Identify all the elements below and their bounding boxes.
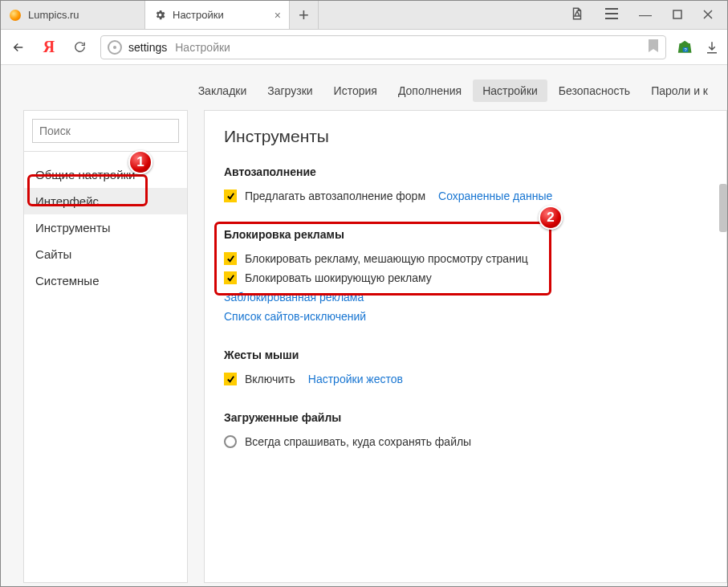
section-autofill: Автозаполнение Предлагать автозаполнение…	[224, 165, 707, 206]
browser-tab-lumpics[interactable]: Lumpics.ru	[1, 1, 145, 29]
sidebar-item-system[interactable]: Системные	[24, 267, 187, 294]
back-button[interactable]	[9, 38, 28, 57]
gear-icon	[153, 9, 166, 22]
option-enable-gestures: Включить Настройки жестов	[224, 369, 707, 389]
window-maximize-button[interactable]	[669, 5, 685, 26]
annotation-badge-2: 2	[539, 206, 563, 230]
nav-bookmarks[interactable]: Закладки	[189, 79, 257, 102]
settings-body: Общие настройки Интерфейс Инструменты Са…	[1, 110, 727, 583]
nav-passwords[interactable]: Пароли и к	[641, 79, 718, 102]
url-display: settingsНастройки	[128, 41, 230, 54]
option-autofill-forms: Предлагать автозаполнение форм Сохраненн…	[224, 186, 707, 206]
section-title-autofill: Автозаполнение	[224, 165, 707, 178]
sidebar-search-wrap	[24, 111, 187, 152]
section-downloads: Загруженные файлы Всегда спрашивать, куд…	[224, 411, 707, 451]
sidebar-list: Общие настройки Интерфейс Инструменты Са…	[24, 152, 187, 304]
checkbox-autofill[interactable]	[224, 190, 237, 202]
option-label: Предлагать автозаполнение форм	[245, 190, 425, 202]
yandex-logo-icon[interactable]: Я	[39, 38, 59, 57]
section-adblock: Блокировка рекламы Блокировать рекламу, …	[224, 228, 707, 326]
tab-title: Настройки	[173, 9, 268, 21]
settings-top-nav: Закладки Загрузки История Дополнения Нас…	[1, 65, 727, 110]
window-minimize-button[interactable]: —	[636, 5, 655, 26]
sidebar-item-general[interactable]: Общие настройки	[24, 161, 187, 188]
reader-mode-icon[interactable]	[567, 3, 588, 27]
titlebar: Lumpics.ru Настройки × + —	[1, 1, 727, 30]
section-mouse-gestures: Жесты мыши Включить Настройки жестов	[224, 349, 707, 389]
extension-icon[interactable]: ?	[677, 39, 693, 55]
option-label: Всегда спрашивать, куда сохранять файлы	[245, 435, 471, 448]
address-bar: Я settingsНастройки ?	[1, 30, 727, 65]
option-label: Блокировать шокирующую рекламу	[245, 271, 432, 284]
bookmark-icon[interactable]	[648, 39, 659, 56]
sidebar-item-sites[interactable]: Сайты	[24, 241, 187, 267]
settings-main-panel: Инструменты Автозаполнение Предлагать ав…	[204, 110, 727, 583]
nav-history[interactable]: История	[324, 79, 387, 102]
window-controls: —	[555, 1, 727, 29]
reload-button[interactable]	[70, 38, 89, 57]
address-input[interactable]: settingsНастройки	[100, 35, 666, 59]
link-blocked-ads[interactable]: Заблокированная реклама	[224, 291, 364, 304]
link-exception-sites[interactable]: Список сайтов-исключений	[224, 310, 366, 323]
browser-tab-settings[interactable]: Настройки ×	[145, 1, 290, 29]
section-title-downloads: Загруженные файлы	[224, 411, 707, 424]
checkbox-block-disruptive[interactable]	[224, 252, 237, 265]
nav-settings[interactable]: Настройки	[473, 79, 547, 102]
nav-addons[interactable]: Дополнения	[388, 79, 471, 102]
radio-always-ask[interactable]	[224, 435, 237, 448]
sidebar-search-input[interactable]	[32, 119, 179, 143]
option-block-disruptive-ads: Блокировать рекламу, мешающую просмотру …	[224, 249, 707, 268]
section-title-adblock: Блокировка рекламы	[224, 228, 707, 241]
tab-title: Lumpics.ru	[28, 9, 136, 21]
link-saved-data[interactable]: Сохраненные данные	[438, 190, 552, 202]
new-tab-button[interactable]: +	[290, 1, 319, 29]
option-label: Включить	[245, 373, 295, 385]
section-title-mouse: Жесты мыши	[224, 349, 707, 361]
hamburger-menu-icon[interactable]	[602, 5, 621, 26]
window-close-button[interactable]	[700, 5, 716, 26]
checkbox-enable-gestures[interactable]	[224, 373, 237, 385]
settings-sidebar: Общие настройки Интерфейс Инструменты Са…	[23, 110, 188, 583]
link-gesture-settings[interactable]: Настройки жестов	[308, 373, 403, 385]
checkbox-block-shocking[interactable]	[224, 271, 237, 284]
option-always-ask-download-location: Всегда спрашивать, куда сохранять файлы	[224, 432, 707, 451]
close-icon[interactable]: ×	[275, 9, 281, 22]
option-block-shocking-ads: Блокировать шокирующую рекламу	[224, 268, 707, 287]
page-heading: Инструменты	[224, 127, 707, 146]
scrollbar-thumb[interactable]	[719, 184, 727, 232]
nav-security[interactable]: Безопасность	[549, 79, 640, 102]
orange-icon	[9, 9, 22, 22]
sidebar-item-interface[interactable]: Интерфейс	[24, 188, 187, 214]
sidebar-item-tools[interactable]: Инструменты	[24, 214, 187, 241]
nav-downloads[interactable]: Загрузки	[258, 79, 322, 102]
option-label: Блокировать рекламу, мешающую просмотру …	[245, 252, 528, 265]
downloads-icon[interactable]	[705, 40, 719, 55]
settings-page: Закладки Загрузки История Дополнения Нас…	[1, 65, 727, 586]
svg-rect-0	[673, 10, 681, 18]
site-identity-icon[interactable]	[108, 40, 122, 55]
